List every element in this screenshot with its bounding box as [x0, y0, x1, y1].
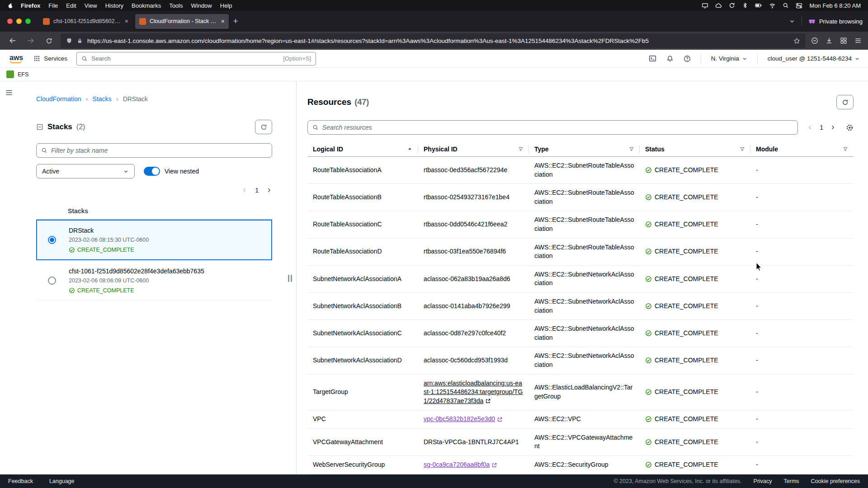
notifications-bell-icon[interactable]	[666, 55, 674, 62]
menubar-item[interactable]: Window	[187, 2, 216, 9]
stack-filter-input[interactable]	[51, 147, 267, 154]
resources-search-box[interactable]	[307, 120, 798, 135]
previous-page-icon[interactable]	[807, 124, 813, 131]
physical-id-text[interactable]: sg-0ca9ca7206aa8bf0a	[424, 461, 490, 468]
minimize-window-button[interactable]	[16, 19, 22, 24]
refresh-stacks-button[interactable]	[255, 120, 272, 134]
next-page-icon[interactable]	[830, 124, 836, 131]
table-preferences-gear-icon[interactable]	[846, 124, 854, 131]
wifi-icon[interactable]	[769, 2, 776, 9]
external-link-icon[interactable]	[485, 398, 491, 404]
stack-status-filter-select[interactable]: Active	[36, 164, 135, 178]
reload-button[interactable]	[42, 34, 55, 47]
side-nav-strip	[0, 81, 18, 474]
filter-icon[interactable]	[629, 146, 634, 152]
save-to-pocket-icon[interactable]	[811, 37, 818, 44]
region-selector[interactable]: N. Virginia	[711, 55, 747, 62]
column-header[interactable]: Status	[640, 142, 750, 157]
aws-search-bar[interactable]: [Option+S]	[76, 52, 316, 66]
footer-link[interactable]: Privacy	[754, 478, 772, 484]
tab-close-icon[interactable]	[125, 18, 128, 24]
account-menu[interactable]: cloud_user @ 1251-5448-6234	[768, 55, 860, 62]
cloud-icon[interactable]	[715, 2, 722, 9]
column-header[interactable]: Module	[750, 142, 854, 157]
forward-button[interactable]	[24, 34, 37, 47]
menubar-item[interactable]: Tools	[165, 2, 187, 9]
menubar-item[interactable]: Edit	[62, 2, 80, 9]
stack-list-item[interactable]: DRStack 2023-02-06 08:15:30 UTC-0600 CRE…	[36, 220, 272, 260]
close-window-button[interactable]	[7, 19, 13, 24]
bookmark-star-icon[interactable]	[793, 38, 800, 44]
resources-search-input[interactable]	[322, 124, 793, 131]
aws-search-input[interactable]	[91, 55, 279, 62]
language-link[interactable]: Language	[49, 478, 75, 484]
stack-radio[interactable]	[48, 277, 56, 285]
collapse-panel-icon[interactable]	[36, 123, 43, 131]
stacks-page-number[interactable]: 1	[255, 187, 259, 194]
favorite-efs[interactable]: EFS	[18, 71, 28, 78]
services-menu[interactable]: Services	[33, 55, 67, 62]
tracking-protection-shield-icon[interactable]	[66, 38, 72, 44]
back-button[interactable]	[6, 34, 19, 47]
breadcrumb-item[interactable]: Stacks	[93, 95, 112, 103]
resource-logical-id: RouteTableAssociationD	[307, 238, 418, 265]
column-header[interactable]: Type	[529, 142, 640, 157]
stack-filter-box[interactable]	[36, 143, 272, 158]
physical-id-text[interactable]: arn:aws:elasticloadbalancing:us-east-1:1…	[424, 380, 523, 404]
help-icon[interactable]	[684, 55, 691, 62]
sort-ascending-icon[interactable]	[407, 146, 413, 152]
control-center-icon[interactable]	[796, 2, 802, 9]
new-tab-button[interactable]	[229, 14, 242, 28]
ssl-lock-icon[interactable]	[77, 38, 83, 44]
menubar-item[interactable]: History	[101, 2, 127, 9]
app-menu-icon[interactable]	[854, 37, 862, 44]
resource-status-label: CREATE_COMPLETE	[655, 438, 718, 446]
list-all-tabs-chevron-icon[interactable]	[789, 18, 795, 24]
tab-close-icon[interactable]	[221, 18, 225, 24]
browser-tab[interactable]: cfst-1061-f251d9d85602e28f4e3defa63ebb76…	[39, 14, 132, 29]
previous-page-icon[interactable]	[241, 187, 248, 193]
spotlight-search-icon[interactable]	[783, 2, 789, 9]
next-page-icon[interactable]	[266, 187, 272, 193]
stack-list-item[interactable]: cfst-1061-f251d9d85602e28f4e3defa63ebb76…	[36, 260, 272, 300]
downloads-icon[interactable]	[826, 37, 833, 44]
extensions-icon[interactable]	[840, 37, 847, 44]
breadcrumb-item[interactable]: CloudFormation	[36, 95, 81, 103]
resources-page-number[interactable]: 1	[820, 124, 823, 131]
apple-menu-icon[interactable]	[7, 2, 14, 9]
resource-table-row: VPCGatewayAttachment DRSta-VPCGa-1BNTLRJ…	[307, 428, 854, 455]
stack-radio[interactable]	[48, 236, 56, 244]
screen-mirroring-icon[interactable]	[702, 2, 708, 9]
open-side-navigation-hamburger-icon[interactable]	[5, 89, 13, 97]
external-link-icon[interactable]	[491, 462, 497, 468]
column-header[interactable]: Physical ID	[418, 142, 529, 157]
menubar-item[interactable]: File	[44, 2, 62, 9]
browser-tab[interactable]: CloudFormation - Stack DRStack	[135, 14, 229, 29]
footer-link[interactable]: Terms	[784, 478, 799, 484]
resource-module: -	[750, 374, 854, 410]
url-bar[interactable]: https://us-east-1.console.aws.amazon.com…	[61, 33, 806, 48]
physical-id-text[interactable]: vpc-0bc5832b182e5e3d0	[424, 415, 495, 422]
url-text[interactable]: https://us-east-1.console.aws.amazon.com…	[87, 38, 789, 44]
zoom-window-button[interactable]	[25, 19, 31, 24]
bluetooth-icon[interactable]	[742, 2, 748, 9]
menubar-item[interactable]: View	[80, 2, 101, 9]
sync-icon[interactable]	[729, 2, 735, 9]
filter-icon[interactable]	[843, 146, 848, 152]
external-link-icon[interactable]	[497, 417, 503, 422]
battery-icon[interactable]	[755, 2, 762, 9]
footer-link[interactable]: Cookie preferences	[811, 478, 860, 484]
filter-icon[interactable]	[518, 146, 524, 152]
refresh-resources-button[interactable]	[836, 95, 854, 109]
view-nested-toggle[interactable]	[144, 167, 160, 176]
menubar-clock[interactable]: Mon Feb 6 8:20 AM	[810, 2, 861, 9]
menubar-app-name[interactable]: Firefox	[17, 2, 44, 9]
cloudshell-icon[interactable]	[649, 55, 656, 62]
feedback-link[interactable]: Feedback	[8, 478, 33, 484]
menubar-item[interactable]: Help	[216, 2, 236, 9]
split-drag-handle[interactable]	[288, 275, 292, 282]
column-header[interactable]: Logical ID	[307, 142, 418, 157]
aws-logo[interactable]: aws	[8, 54, 24, 64]
filter-icon[interactable]	[740, 146, 745, 152]
menubar-item[interactable]: Bookmarks	[127, 2, 165, 9]
